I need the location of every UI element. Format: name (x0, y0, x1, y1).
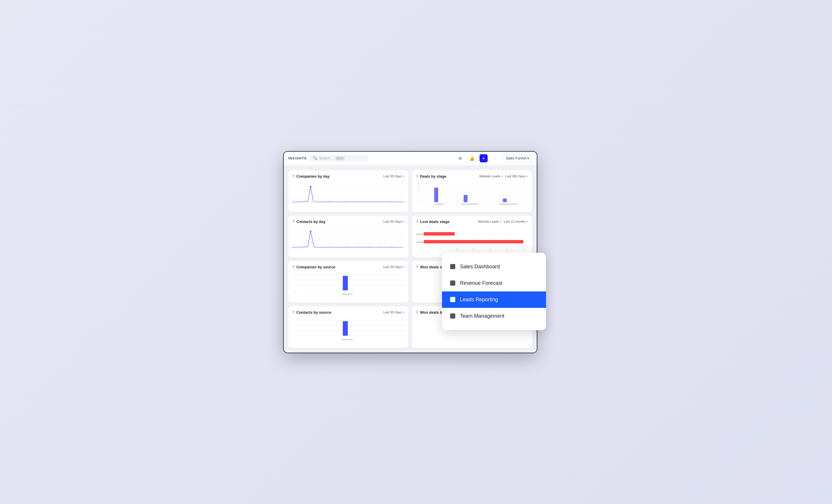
svg-text:Web Form: Web Form (342, 293, 353, 295)
svg-text:5: 5 (506, 248, 508, 250)
search-placeholder: Search... (319, 156, 333, 160)
notifications-button[interactable]: 🔔 (468, 154, 476, 162)
search-icon: 🔍 (313, 156, 317, 160)
drag-handle-icon: ⠿ (416, 265, 418, 269)
svg-text:2: 2 (456, 248, 457, 250)
filter-label: Last 30 Days (383, 311, 402, 314)
drag-handle-icon: ⠿ (292, 220, 295, 223)
svg-text:0: 0 (294, 290, 295, 292)
filter-label: Last 12 months (504, 220, 525, 223)
card-header: ⠿ Companies by day Last 30 Days ▾ (292, 174, 405, 179)
view-filter-label: Sales Funnel (506, 156, 526, 160)
drag-handle-icon: ⠿ (292, 265, 295, 269)
svg-text:6: 6 (523, 248, 525, 250)
search-bar[interactable]: 🔍 Search... Ctrl K (310, 155, 368, 162)
view-filter-dropdown[interactable]: Sales Funnel ▾ (503, 155, 532, 162)
card-title-text: Lost deals stage (420, 219, 449, 224)
nav-bar: INSIGHTS 🔍 Search... Ctrl K ⚙ 🔔 + ··· Sa… (284, 152, 537, 165)
filter-label: Last 30 Days (383, 265, 402, 269)
drag-handle-icon: ⠿ (416, 175, 418, 178)
team-management-label: Team Management (460, 313, 504, 319)
more-button[interactable]: ··· (491, 154, 499, 162)
svg-text:0: 0 (294, 335, 295, 337)
view-switcher-dropdown: Sales Dashboard Revenue Forecast Leads R… (442, 253, 546, 330)
svg-rect-61 (343, 321, 348, 335)
revenue-forecast-icon (450, 281, 455, 286)
dropdown-item-sales-dashboard[interactable]: Sales Dashboard (442, 259, 546, 275)
drag-handle-icon: ⠿ (416, 311, 418, 314)
dropdown-item-revenue-forecast[interactable]: Revenue Forecast (442, 275, 546, 291)
chevron-down-icon: ▾ (403, 175, 405, 178)
svg-text:1: 1 (418, 197, 419, 199)
contacts-by-source-chart: 1 0 Web Form (292, 317, 405, 343)
filter-label: Last 365 Days (505, 175, 525, 178)
chevron-down-icon: ▾ (500, 220, 501, 223)
leads-reporting-icon (450, 297, 455, 302)
date-filter-dropdown[interactable]: Last 12 months ▾ (504, 220, 528, 223)
card-header: ⠿ Companies by source Last 30 Days ▾ (292, 265, 405, 269)
leads-reporting-label: Leads Reporting (460, 297, 498, 303)
filter-label: Website Leads (479, 175, 500, 178)
lost-deals-stage-chart: Lead Qualification Prospect 1 2 3 4 5 6 … (416, 226, 528, 252)
pipeline-filter-dropdown[interactable]: Website Leads ▾ (479, 175, 503, 178)
svg-text:Lead Qualification: Lead Qualification (461, 203, 479, 205)
contacts-by-day-chart (292, 226, 405, 252)
app-container: INSIGHTS 🔍 Search... Ctrl K ⚙ 🔔 + ··· Sa… (283, 151, 549, 353)
svg-text:Web Form: Web Form (342, 338, 353, 341)
chevron-down-icon: ▾ (501, 175, 503, 178)
svg-text:Prospect: Prospect (435, 203, 444, 205)
chevron-down-icon: ▾ (403, 220, 405, 223)
chevron-down-icon: ▾ (527, 220, 528, 223)
companies-by-source-chart: 1 0 Web Form (292, 271, 405, 297)
card-filter-dropdown[interactable]: Last 30 Days ▾ (383, 175, 405, 178)
card-title-text: Deals by stage (420, 174, 446, 179)
svg-text:4: 4 (418, 186, 419, 188)
svg-text:0: 0 (423, 248, 424, 250)
card-title: ⠿ Companies by source (292, 265, 335, 269)
card-title: ⠿ Companies by day (292, 174, 330, 179)
svg-text:Meeting/Schedule: Meeting/Schedule (499, 203, 517, 205)
card-filters: Website Leads ▾ Last 365 Days ▾ (479, 175, 528, 178)
card-filter-dropdown[interactable]: Last 30 Days ▾ (383, 311, 405, 314)
drag-handle-icon: ⠿ (292, 311, 295, 314)
chevron-down-icon: ▾ (527, 175, 528, 178)
card-title: ⠿ Contacts by source (292, 310, 331, 315)
svg-rect-45 (424, 232, 455, 235)
card-filter-dropdown[interactable]: Last 30 Days ▾ (383, 265, 405, 269)
dropdown-item-leads-reporting[interactable]: Leads Reporting (442, 291, 546, 308)
filter-label: Website Leads (478, 220, 499, 223)
card-title: ⠿ Deals by stage (416, 174, 446, 179)
card-title-text: Contacts by source (296, 310, 331, 315)
svg-text:3: 3 (418, 190, 419, 192)
settings-button[interactable]: ⚙ (457, 154, 465, 162)
card-title-text: Companies by source (296, 265, 335, 269)
card-title-text: Contacts by day (296, 219, 325, 224)
svg-text:1: 1 (294, 274, 295, 276)
card-header: ⠿ Lost deals stage Website Leads ▾ Last … (416, 219, 528, 224)
filter-label: Last 30 Days (383, 175, 402, 178)
svg-point-29 (310, 231, 311, 232)
deals-by-stage-card: ⠿ Deals by stage Website Leads ▾ Last 36… (412, 170, 532, 212)
card-header: ⠿ Deals by stage Website Leads ▾ Last 36… (416, 174, 528, 179)
dropdown-item-team-management[interactable]: Team Management (442, 308, 546, 324)
pipeline-filter-dropdown[interactable]: Website Leads ▾ (478, 220, 501, 223)
companies-by-day-card: ⠿ Companies by day Last 30 Days ▾ (288, 170, 409, 212)
card-title: ⠿ Lost deals stage (416, 219, 449, 224)
drag-handle-icon: ⠿ (416, 220, 418, 223)
svg-rect-46 (424, 240, 523, 243)
sales-dashboard-label: Sales Dashboard (460, 264, 500, 270)
deals-by-stage-chart: 5 4 3 2 1 0 Prospect (416, 181, 528, 207)
svg-text:4: 4 (490, 248, 491, 250)
filter-label: Last 30 Days (383, 220, 402, 223)
card-filters: Website Leads ▾ Last 12 months ▾ (478, 220, 528, 223)
svg-rect-22 (503, 198, 507, 202)
card-title-text: Companies by day (296, 174, 330, 179)
card-header: ⠿ Contacts by source Last 30 Days ▾ (292, 310, 405, 315)
card-filter-dropdown[interactable]: Last 30 Days ▾ (383, 220, 405, 223)
date-filter-dropdown[interactable]: Last 365 Days ▾ (505, 175, 528, 178)
companies-by-source-card: ⠿ Companies by source Last 30 Days ▾ 1 0 (288, 261, 409, 303)
chevron-down-icon: ▾ (403, 311, 405, 314)
chevron-down-icon: ▾ (403, 265, 405, 268)
add-button[interactable]: + (479, 154, 488, 162)
svg-rect-18 (434, 187, 438, 202)
